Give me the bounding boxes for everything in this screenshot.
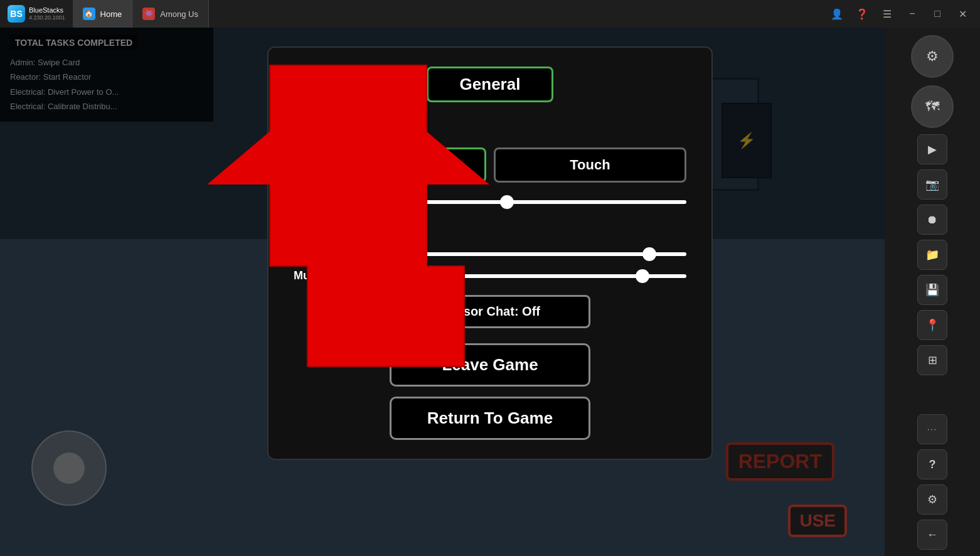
settings-modal: General Controls Joystick Touch Size Sou… xyxy=(267,46,713,460)
game-tab-icon: 👾 xyxy=(142,8,155,20)
profile-button[interactable]: 👤 xyxy=(829,6,844,21)
bluestacks-text: BlueStacks 4.230.20.1001 xyxy=(29,6,65,21)
sound-section-title: Sound xyxy=(294,217,686,237)
save-sidebar-button[interactable]: 💾 xyxy=(917,275,947,305)
tab-among-us[interactable]: 👾 Among Us xyxy=(132,0,209,28)
home-tab-icon: 🏠 xyxy=(83,8,95,20)
sfx-label: SFX xyxy=(294,247,338,260)
size-slider[interactable] xyxy=(348,200,686,204)
gear2-sidebar-button[interactable]: ⚙ xyxy=(917,484,947,515)
modal-header: General xyxy=(294,67,686,102)
help-button[interactable]: ❓ xyxy=(855,6,870,21)
screenshot-sidebar-button[interactable]: 📷 xyxy=(917,169,947,200)
music-slider-thumb[interactable] xyxy=(636,269,649,283)
folder-sidebar-button[interactable]: 📁 xyxy=(917,240,947,270)
titlebar-controls: 👤 ❓ ☰ − □ ✕ xyxy=(819,6,980,21)
leave-game-button[interactable]: Leave Game xyxy=(390,343,590,387)
tab-home[interactable]: 🏠 Home xyxy=(73,0,133,28)
size-slider-thumb[interactable] xyxy=(500,195,514,209)
more-sidebar-button[interactable]: ··· xyxy=(917,414,947,444)
maximize-button[interactable]: □ xyxy=(930,6,945,21)
joystick-button[interactable]: Joystick xyxy=(294,147,486,183)
sfx-slider-thumb[interactable] xyxy=(642,247,656,261)
music-slider[interactable] xyxy=(348,274,686,278)
controls-section-title: Controls xyxy=(294,117,686,137)
menu-button[interactable]: ☰ xyxy=(880,6,895,21)
return-to-game-button[interactable]: Return To Game xyxy=(390,397,590,440)
general-tab-button[interactable]: General xyxy=(427,67,554,102)
back-sidebar-button[interactable]: ← xyxy=(917,520,947,550)
controls-row: Joystick Touch xyxy=(294,147,686,183)
multi-sidebar-button[interactable]: ⊞ xyxy=(917,345,947,375)
sfx-slider-row: SFX xyxy=(294,247,686,260)
sfx-slider[interactable] xyxy=(348,252,686,256)
touch-button[interactable]: Touch xyxy=(494,147,686,183)
close-button[interactable]: ✕ xyxy=(955,6,970,21)
question-sidebar-button[interactable]: ? xyxy=(917,449,947,479)
cast-sidebar-button[interactable]: ▶ xyxy=(917,134,947,164)
map-sidebar-button[interactable]: 🗺 xyxy=(911,85,954,128)
size-label: Size xyxy=(294,195,338,208)
size-slider-row: Size xyxy=(294,195,686,208)
music-label: Music xyxy=(294,269,338,282)
titlebar: BS BlueStacks 4.230.20.1001 🏠 Home 👾 Amo… xyxy=(0,0,980,28)
location-sidebar-button[interactable]: 📍 xyxy=(917,310,947,340)
bluestacks-icon: BS xyxy=(8,5,25,23)
minimize-button[interactable]: − xyxy=(905,6,920,21)
bluestacks-logo: BS BlueStacks 4.230.20.1001 xyxy=(0,5,73,23)
right-sidebar: ⚙ 🗺 ▶ 📷 ⏺ 📁 💾 📍 ⊞ ··· ? ⚙ ← xyxy=(885,28,980,556)
settings-sidebar-button[interactable]: ⚙ xyxy=(911,35,954,78)
record-sidebar-button[interactable]: ⏺ xyxy=(917,205,947,235)
censor-chat-button[interactable]: Censor Chat: Off xyxy=(390,295,590,328)
music-slider-row: Music xyxy=(294,269,686,282)
